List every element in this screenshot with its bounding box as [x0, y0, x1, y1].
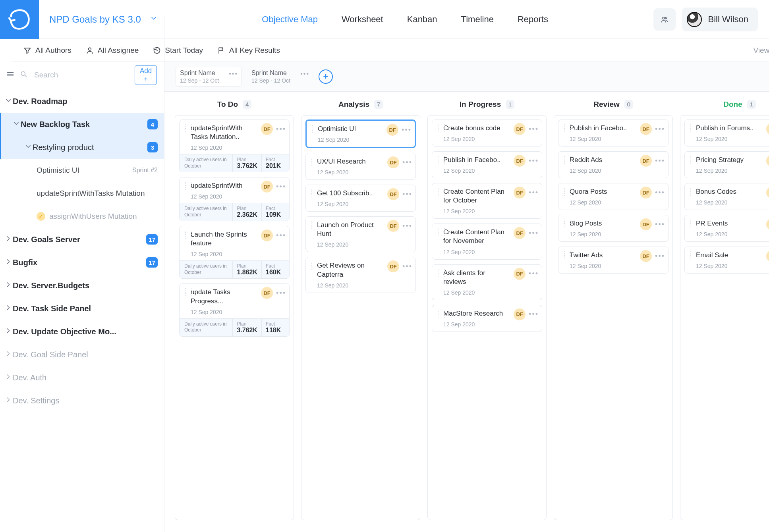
assignee-avatar[interactable]: DF — [387, 220, 399, 232]
drag-handle-icon[interactable]: ⋮⋮⋮⋮ — [435, 310, 448, 317]
assignee-avatar[interactable]: DF — [514, 123, 526, 135]
sprint-tab-0[interactable]: Sprint Name12 Sep - 12 Oct••• — [176, 67, 242, 87]
card[interactable]: ⋮⋮⋮⋮Launch on Product Hunt12 Sep 2020DF•… — [305, 216, 416, 252]
more-icon[interactable]: ••• — [276, 289, 286, 297]
more-icon[interactable]: ••• — [655, 125, 665, 133]
assignee-avatar[interactable]: DF — [640, 123, 652, 135]
assignee-avatar[interactable]: DF — [766, 218, 769, 230]
search-input[interactable] — [33, 70, 129, 80]
tree-item-roadmap[interactable]: Dev. Roadmap — [0, 90, 164, 113]
tab-objective-map[interactable]: Objective Map — [262, 14, 318, 25]
tree-item-budgets[interactable]: Dev. Server.Budgets — [0, 274, 164, 297]
tab-kanban[interactable]: Kanban — [407, 14, 437, 25]
more-icon[interactable]: ••• — [229, 70, 238, 77]
assignee-avatar[interactable]: DF — [387, 188, 399, 200]
assignee-avatar[interactable]: DF — [640, 218, 652, 230]
drag-handle-icon[interactable]: ⋮⋮⋮⋮ — [435, 125, 448, 132]
add-button[interactable]: Add + — [135, 65, 157, 85]
tree-item-gsp[interactable]: Dev. Goal Side Panel — [0, 343, 164, 366]
more-icon[interactable]: ••• — [402, 190, 412, 199]
card[interactable]: ⋮⋮⋮⋮Email Sale12 Sep 2020DF••• — [684, 247, 769, 274]
card[interactable]: ⋮⋮⋮⋮UX/UI Research12 Sep 2020DF••• — [305, 153, 416, 180]
assignee-avatar[interactable]: DF — [386, 124, 398, 136]
assignee-avatar[interactable]: DF — [514, 227, 526, 239]
drag-handle-icon[interactable]: ⋮⋮⋮⋮ — [309, 262, 322, 269]
card[interactable]: ⋮⋮⋮⋮Optimistic UI12 Sep 2020DF••• — [305, 120, 416, 148]
more-icon[interactable]: ••• — [402, 158, 412, 167]
assignee-avatar[interactable]: DF — [640, 187, 652, 199]
assignee-avatar[interactable]: DF — [261, 181, 273, 193]
more-icon[interactable]: ••• — [655, 252, 665, 260]
assignee-avatar[interactable]: DF — [514, 308, 526, 320]
more-icon[interactable]: ••• — [276, 183, 286, 191]
tab-worksheet[interactable]: Worksheet — [342, 14, 383, 25]
assignee-avatar[interactable]: DF — [261, 123, 273, 135]
more-icon[interactable]: ••• — [529, 157, 539, 165]
more-icon[interactable]: ••• — [402, 126, 412, 134]
assignee-avatar[interactable]: DF — [766, 155, 769, 167]
card[interactable]: ⋮⋮⋮⋮Create bonus code12 Sep 2020DF••• — [432, 120, 542, 146]
more-icon[interactable]: ••• — [300, 70, 309, 77]
add-sprint-button[interactable]: + — [319, 69, 333, 84]
assignee-avatar[interactable]: DF — [261, 229, 273, 241]
assignee-avatar[interactable]: DF — [640, 155, 652, 167]
card[interactable]: ⋮⋮⋮⋮Ask clients for reviews12 Sep 2020DF… — [432, 264, 542, 300]
column-body[interactable]: ⋮⋮⋮⋮Optimistic UI12 Sep 2020DF•••⋮⋮⋮⋮UX/… — [301, 115, 420, 520]
assignee-avatar[interactable]: DF — [766, 250, 769, 262]
card[interactable]: ⋮⋮⋮⋮Blog Posts12 Sep 2020DF••• — [558, 215, 669, 242]
card[interactable]: ⋮⋮⋮⋮Get Reviews on Capterra12 Sep 2020DF… — [305, 257, 416, 293]
assignee-avatar[interactable]: DF — [766, 187, 769, 199]
menu-icon[interactable] — [6, 70, 14, 80]
drag-handle-icon[interactable]: ⋮⋮⋮⋮ — [435, 188, 448, 195]
drag-handle-icon[interactable]: ⋮⋮⋮⋮ — [183, 182, 195, 189]
tree-item-assign[interactable]: ✓assignWithUsers Mutation — [0, 205, 164, 228]
user-menu[interactable]: Bill Wilson — [682, 8, 758, 31]
more-icon[interactable]: ••• — [655, 189, 665, 197]
filter-assignee[interactable]: All Assignee — [86, 46, 139, 55]
card[interactable]: ⋮⋮⋮⋮updateSprintWith Tasks Mutation..12 … — [179, 120, 290, 172]
drag-handle-icon[interactable]: ⋮⋮⋮⋮ — [183, 289, 195, 296]
card[interactable]: ⋮⋮⋮⋮Publish in Facebo..12 Sep 2020DF••• — [432, 151, 542, 178]
card[interactable]: ⋮⋮⋮⋮updateSprintWith12 Sep 2020DF•••Dail… — [179, 177, 290, 221]
more-icon[interactable]: ••• — [655, 220, 665, 229]
assignee-avatar[interactable]: DF — [387, 260, 399, 272]
more-icon[interactable]: ••• — [529, 310, 539, 318]
card[interactable]: ⋮⋮⋮⋮Bonus Codes12 Sep 2020DF••• — [684, 183, 769, 210]
card[interactable]: ⋮⋮⋮⋮Publish in Forums..12 Sep 2020DF••• — [684, 120, 769, 146]
drag-handle-icon[interactable]: ⋮⋮⋮⋮ — [310, 125, 323, 133]
column-body[interactable]: ⋮⋮⋮⋮Create bonus code12 Sep 2020DF•••⋮⋮⋮… — [427, 115, 547, 520]
sprint-tab-1[interactable]: Sprint Name12 Sep - 12 Oct••• — [247, 67, 313, 87]
assignee-avatar[interactable]: DF — [387, 156, 399, 168]
more-icon[interactable]: ••• — [402, 222, 412, 230]
assignee-avatar[interactable]: DF — [640, 250, 652, 262]
card[interactable]: ⋮⋮⋮⋮Create Content Plan for November12 S… — [432, 224, 542, 259]
assignee-avatar[interactable]: DF — [514, 268, 526, 280]
drag-handle-icon[interactable]: ⋮⋮⋮⋮ — [435, 156, 448, 164]
card[interactable]: ⋮⋮⋮⋮Publish in Facebo..12 Sep 2020DF••• — [558, 120, 669, 146]
more-icon[interactable]: ••• — [529, 189, 539, 197]
drag-handle-icon[interactable]: ⋮⋮⋮⋮ — [688, 220, 701, 227]
tree-item-uswt[interactable]: updateSprintWithTasks Mutation — [0, 182, 164, 205]
card[interactable]: ⋮⋮⋮⋮Create Content Plan for October12 Se… — [432, 183, 542, 219]
more-icon[interactable]: ••• — [276, 125, 286, 133]
drag-handle-icon[interactable]: ⋮⋮⋮⋮ — [688, 188, 701, 195]
tab-reports[interactable]: Reports — [518, 14, 548, 25]
card[interactable]: ⋮⋮⋮⋮update Tasks Progress...12 Sep 2020D… — [179, 283, 290, 336]
tree-item-settings[interactable]: Dev. Settings — [0, 389, 164, 412]
card[interactable]: ⋮⋮⋮⋮Quora Posts12 Sep 2020DF••• — [558, 183, 669, 210]
tree-item-tsp[interactable]: Dev. Task Side Panel — [0, 297, 164, 320]
drag-handle-icon[interactable]: ⋮⋮⋮⋮ — [562, 156, 574, 164]
tab-timeline[interactable]: Timeline — [461, 14, 494, 25]
assignee-avatar[interactable]: DF — [261, 287, 273, 299]
more-icon[interactable]: ••• — [402, 262, 412, 271]
view-options[interactable]: View Options — [753, 46, 769, 55]
assignee-avatar[interactable]: DF — [766, 123, 769, 135]
drag-handle-icon[interactable]: ⋮⋮⋮⋮ — [183, 125, 195, 132]
drag-handle-icon[interactable]: ⋮⋮⋮⋮ — [688, 252, 701, 259]
drag-handle-icon[interactable]: ⋮⋮⋮⋮ — [688, 125, 701, 132]
tree-item-optui[interactable]: Optimistic UISprint #2 — [0, 159, 164, 182]
drag-handle-icon[interactable]: ⋮⋮⋮⋮ — [562, 188, 574, 195]
drag-handle-icon[interactable]: ⋮⋮⋮⋮ — [562, 125, 574, 132]
drag-handle-icon[interactable]: ⋮⋮⋮⋮ — [435, 229, 448, 236]
more-icon[interactable]: ••• — [529, 125, 539, 133]
